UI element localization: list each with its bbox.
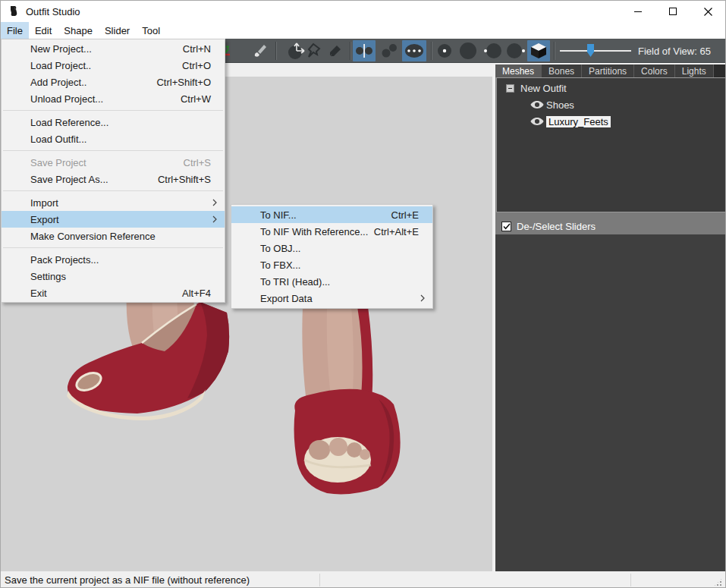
- maximize-button[interactable]: [655, 1, 690, 22]
- menu-item-label: Pack Projects...: [30, 254, 99, 266]
- textured-view-toggle-button[interactable]: [527, 40, 550, 61]
- tab-bones[interactable]: Bones: [542, 64, 582, 77]
- brush-strength-right-button[interactable]: [504, 40, 527, 61]
- connected-vertices-icon: [379, 42, 399, 60]
- menu-item-exit[interactable]: Exit Alt+F4: [2, 285, 225, 301]
- right-panel: Meshes Bones Partitions Colors Lights Ne…: [495, 64, 726, 571]
- submenu-item-to-obj[interactable]: To OBJ...: [231, 240, 432, 256]
- menu-item-label: Exit: [30, 288, 47, 299]
- brush-size-small-icon: [435, 42, 454, 60]
- menubar-tool[interactable]: Tool: [136, 22, 166, 39]
- tab-partitions[interactable]: Partitions: [582, 64, 634, 77]
- pin-icon: [304, 42, 321, 59]
- slider-thumb[interactable]: [587, 44, 594, 57]
- menu-item-add-project[interactable]: Add Project.. Ctrl+Shift+O: [2, 74, 225, 90]
- menubar-shape-label: Shape: [64, 25, 93, 36]
- menubar-edit[interactable]: Edit: [29, 22, 58, 39]
- submenu-item-to-nif[interactable]: To NIF... Ctrl+E: [231, 206, 432, 223]
- menu-item-load-reference[interactable]: Load Reference...: [2, 114, 225, 130]
- menubar-shape[interactable]: Shape: [58, 22, 99, 39]
- menu-item-label: New Project...: [30, 43, 92, 55]
- submenu-arrow-icon: [420, 294, 425, 302]
- submenu-item-to-nif-with-reference[interactable]: To NIF With Reference... Ctrl+Alt+E: [231, 223, 432, 240]
- minimize-button[interactable]: [621, 1, 655, 22]
- global-brush-icon: [404, 42, 425, 60]
- connected-vertices-toggle-button[interactable]: [378, 40, 401, 61]
- menu-bar: File Edit Shape Slider Tool: [1, 22, 725, 39]
- close-button[interactable]: [690, 1, 725, 22]
- menu-item-unload-project[interactable]: Unload Project... Ctrl+W: [2, 90, 225, 107]
- submenu-item-to-tri-head[interactable]: To TRI (Head)...: [231, 273, 432, 290]
- tab-colors[interactable]: Colors: [634, 64, 675, 77]
- export-submenu: To NIF... Ctrl+E To NIF With Reference..…: [231, 204, 433, 309]
- submenu-item-to-fbx[interactable]: To FBX...: [231, 256, 432, 273]
- menu-item-label: Unload Project...: [30, 93, 103, 105]
- menu-item-label: To NIF With Reference...: [260, 226, 368, 237]
- submenu-arrow-icon: [212, 199, 217, 206]
- tab-partitions-label: Partitions: [589, 66, 627, 77]
- tree-root-label: New Outfit: [520, 83, 567, 94]
- tree-root-new-outfit[interactable]: New Outfit: [497, 81, 725, 95]
- menu-item-make-conversion-reference[interactable]: Make Conversion Reference: [2, 228, 225, 244]
- field-of-view-label: Field of View: 65: [638, 39, 711, 63]
- menu-item-pack-projects[interactable]: Pack Projects...: [2, 251, 225, 268]
- menubar-edit-label: Edit: [35, 25, 52, 36]
- menu-item-export[interactable]: Export: [2, 211, 225, 228]
- deselect-sliders-checkbox[interactable]: [501, 222, 511, 231]
- menu-item-label: Add Project..: [30, 77, 86, 88]
- menu-item-load-outfit[interactable]: Load Outfit...: [2, 130, 225, 147]
- panel-tabs: Meshes Bones Partitions Colors Lights: [495, 64, 726, 77]
- pencil-tool-button[interactable]: [325, 40, 345, 61]
- menu-item-label: Save Project As...: [30, 174, 108, 185]
- menu-item-label: To FBX...: [260, 259, 300, 271]
- slider-track[interactable]: [560, 50, 631, 52]
- menu-item-load-project[interactable]: Load Project.. Ctrl+O: [2, 57, 225, 74]
- sliders-panel[interactable]: [495, 234, 726, 571]
- title-bar: Outfit Studio: [1, 1, 725, 22]
- app-icon: [8, 5, 20, 17]
- menu-item-shortcut: Alt+F4: [182, 288, 217, 299]
- menu-item-label: To OBJ...: [260, 243, 300, 254]
- tree-item-luxury-feets-label: Luxury_Feets: [546, 116, 611, 127]
- global-brush-toggle-button[interactable]: [402, 40, 426, 61]
- toolbar-separator: [350, 42, 350, 60]
- menu-item-shortcut: Ctrl+Shift+O: [156, 77, 217, 88]
- submenu-item-export-data[interactable]: Export Data: [231, 290, 432, 307]
- brush-button[interactable]: [250, 40, 271, 61]
- menu-item-save-project-as[interactable]: Save Project As... Ctrl+Shift+S: [2, 171, 225, 187]
- menu-item-settings[interactable]: Settings: [2, 268, 225, 285]
- tab-lights[interactable]: Lights: [675, 64, 714, 77]
- brush-strength-left-button[interactable]: [481, 40, 504, 61]
- tree-item-shoes[interactable]: Shoes: [530, 98, 725, 112]
- menu-item-save-project: Save Project Ctrl+S: [2, 154, 225, 171]
- collapse-expander-icon[interactable]: [506, 84, 514, 93]
- tab-meshes[interactable]: Meshes: [495, 64, 542, 77]
- menubar-slider-label: Slider: [105, 25, 130, 36]
- menu-item-label: Import: [30, 197, 58, 209]
- brush-size-large-button[interactable]: [457, 40, 479, 61]
- menubar-slider[interactable]: Slider: [99, 22, 136, 39]
- menu-item-label: Load Outfit...: [30, 134, 86, 145]
- visibility-eye-icon: [530, 100, 544, 109]
- pin-tool-button[interactable]: [303, 40, 322, 61]
- menu-item-shortcut: Ctrl+E: [391, 209, 425, 221]
- brush-size-small-button[interactable]: [434, 40, 455, 61]
- field-of-view-slider[interactable]: [560, 39, 631, 63]
- menu-item-label: Export Data: [260, 293, 313, 304]
- resize-grip[interactable]: [713, 577, 723, 587]
- menubar-file-label: File: [7, 25, 23, 36]
- menu-item-new-project[interactable]: New Project... Ctrl+N: [2, 40, 225, 57]
- status-message: Save the current project as a NIF file (…: [5, 571, 250, 588]
- toolbar-separator: [554, 42, 555, 60]
- outfit-studio-window: Outfit Studio File Edit Shape Slider Too…: [0, 0, 726, 588]
- tree-item-luxury-feets[interactable]: Luxury_Feets: [530, 115, 725, 128]
- toolbar-separator: [431, 42, 432, 60]
- menu-item-import[interactable]: Import: [2, 194, 225, 211]
- tab-meshes-label: Meshes: [502, 66, 534, 77]
- mirror-toggle-button[interactable]: [353, 40, 376, 61]
- checkmark-icon: [503, 223, 511, 230]
- menu-item-label: Make Conversion Reference: [30, 231, 156, 242]
- submenu-arrow-icon: [212, 215, 217, 223]
- menu-item-label: Save Project: [30, 157, 86, 168]
- menubar-file[interactable]: File: [1, 22, 29, 39]
